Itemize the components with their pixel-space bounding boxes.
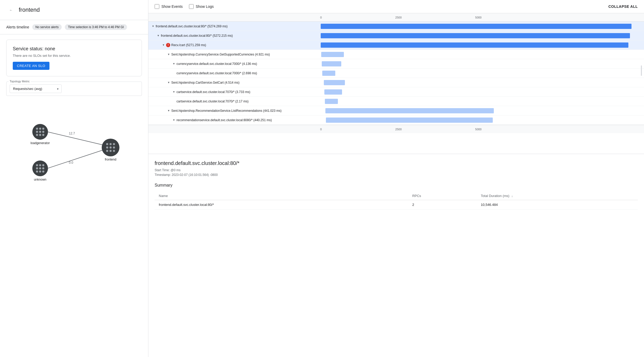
page-title: frontend — [19, 7, 40, 13]
axis-label-0: 0 — [320, 16, 322, 19]
trace-row-indent: ▼ frontend.default.svc.cluster.local:80/… — [148, 33, 320, 38]
topology-metric-select[interactable]: Requests/sec (avg) — [10, 84, 62, 93]
detail-timestamp: Timestamp: 2023-02-07 (16:10:01.564) -08… — [155, 173, 638, 177]
trace-bar — [324, 80, 345, 85]
svg-point-6 — [39, 131, 41, 133]
svg-point-10 — [42, 134, 44, 136]
scrollbar[interactable] — [641, 65, 642, 76]
create-slo-button[interactable]: CREATE AN SLO — [13, 62, 49, 70]
topology-metric-inner: Topology Metric Requests/sec (avg) — [6, 82, 142, 96]
topology-graph: 12.7 0.0 loadgenerator — [6, 101, 142, 205]
table-row[interactable]: ▼ Sent.hipstershop.RecommendationService… — [148, 106, 644, 115]
svg-point-28 — [113, 150, 115, 152]
svg-point-19 — [42, 170, 44, 173]
trace-bar-area — [320, 106, 644, 115]
trace-bar — [322, 71, 335, 76]
show-logs-label[interactable]: Show Logs — [189, 4, 214, 9]
table-row[interactable]: ▼ frontend.default.svc.cluster.local:80/… — [148, 22, 644, 31]
trace-bar — [321, 33, 630, 38]
chevron-down-icon: ▼ — [166, 108, 171, 113]
svg-point-15 — [39, 167, 41, 169]
topology-metric-select-wrapper[interactable]: Requests/sec (avg) — [10, 84, 62, 93]
trace-bar-area — [320, 40, 644, 50]
svg-point-16 — [42, 167, 44, 169]
timeline-axis: 0 2500 5000 — [148, 13, 644, 22]
right-panel: Show Events Show Logs COLLAPSE ALL 0 250… — [148, 0, 644, 357]
time-selection-badge: Time selection is 3:46 PM to 4:46 PM GI — [65, 24, 127, 30]
axis-label-2500-bottom: 2500 — [395, 128, 402, 131]
summary-table: Name RPCs Total Duration (ms) ↓ frontend… — [155, 192, 638, 210]
table-row[interactable]: ▼ currencyservice.default.svc.cluster.lo… — [148, 59, 644, 69]
table-row[interactable]: ▼ Sent.hipstershop.CurrencyService.GetSu… — [148, 50, 644, 59]
trace-row-indent: cartservice.default.svc.cluster.local:70… — [148, 100, 320, 103]
svg-point-3 — [39, 128, 41, 130]
back-button[interactable]: ← — [6, 5, 16, 15]
table-row[interactable]: ▼ Sent.hipstershop.CartService.GetCart (… — [148, 78, 644, 87]
list-item: frontend.default.svc.cluster.local:80/* … — [155, 200, 638, 210]
axis-label-5000-bottom: 5000 — [475, 128, 482, 131]
summary-section: Summary Name RPCs Total Duration (ms) ↓ … — [155, 183, 638, 210]
show-logs-checkbox[interactable] — [189, 4, 194, 9]
table-row[interactable]: ▼ frontend.default.svc.cluster.local:80/… — [148, 31, 644, 40]
show-events-checkbox[interactable] — [155, 4, 159, 9]
summary-row-name: frontend.default.svc.cluster.local:80/* — [155, 200, 408, 210]
show-events-label[interactable]: Show Events — [155, 4, 183, 9]
detail-start-time: Start Time: @0 ms — [155, 168, 638, 172]
table-row[interactable]: currencyservice.default.svc.cluster.loca… — [148, 69, 644, 78]
service-status-description: There are no SLOs set for this service. — [13, 54, 135, 58]
trace-bar — [325, 108, 494, 113]
table-row[interactable]: ▼ cartservice.default.svc.cluster.local:… — [148, 87, 644, 97]
trace-row-name: currencyservice.default.svc.cluster.loca… — [176, 62, 257, 66]
node-frontend-label: frontend — [105, 158, 116, 161]
trace-bar — [326, 118, 493, 123]
top-bar: ← frontend — [0, 0, 148, 20]
svg-point-24 — [110, 146, 112, 149]
show-events-text: Show Events — [161, 4, 183, 9]
trace-bar-area — [320, 97, 644, 106]
chevron-down-icon: ▼ — [171, 61, 176, 66]
trace-row-name: frontend.default.svc.cluster.local:80/* … — [156, 24, 228, 28]
trace-row-name: Recv./cart (5271.259 ms) — [171, 43, 206, 47]
back-icon: ← — [9, 8, 13, 12]
chevron-down-icon: ▼ — [171, 89, 176, 95]
node-unknown-circle — [32, 161, 48, 176]
chevron-down-icon: ▼ — [150, 24, 156, 29]
svg-point-13 — [42, 164, 44, 166]
timeline-axis-bottom: 0 2500 5000 — [148, 125, 644, 133]
trace-row-indent: ▼ currencyservice.default.svc.cluster.lo… — [148, 61, 320, 66]
table-row[interactable]: ▼ recommendationservice.default.svc.clus… — [148, 115, 644, 125]
node-unknown-label: unknown — [34, 178, 46, 181]
trace-bar — [321, 24, 632, 29]
chevron-down-icon: ▼ — [156, 33, 161, 38]
summary-title: Summary — [155, 183, 638, 188]
node-frontend-circle — [102, 139, 119, 156]
chevron-down-icon: ▼ — [166, 80, 171, 85]
trace-bar-area — [320, 50, 644, 59]
axis-labels: 0 2500 5000 — [320, 16, 482, 19]
trace-bar-area — [320, 31, 644, 40]
summary-col-name: Name — [155, 192, 408, 200]
node-loadgenerator-circle — [32, 124, 48, 140]
chevron-down-icon: ▼ — [166, 52, 171, 57]
topology-metric-field: Topology Metric Requests/sec (avg) — [6, 82, 142, 96]
svg-point-8 — [36, 134, 38, 136]
table-row[interactable]: cartservice.default.svc.cluster.local:70… — [148, 97, 644, 106]
trace-section[interactable]: 0 2500 5000 ▼ frontend.default.svc.clust… — [148, 13, 644, 154]
collapse-all-button[interactable]: COLLAPSE ALL — [608, 4, 638, 9]
svg-point-18 — [39, 170, 41, 173]
detail-title: frontend.default.svc.cluster.local:80/* — [155, 160, 638, 166]
node-loadgenerator-label: loadgenerator — [30, 141, 50, 145]
topology-svg: 12.7 0.0 loadgenerator — [6, 101, 142, 205]
trace-bar-area — [320, 115, 644, 125]
svg-point-9 — [39, 134, 41, 136]
svg-point-12 — [39, 164, 41, 166]
svg-point-14 — [36, 167, 38, 169]
svg-point-5 — [36, 131, 38, 133]
svg-point-23 — [106, 146, 108, 149]
svg-line-0 — [47, 132, 103, 145]
table-row[interactable]: ▼ ! Recv./cart (5271.259 ms) — [148, 40, 644, 50]
trace-bar — [324, 89, 342, 95]
trace-bar — [321, 52, 344, 57]
trace-row-name: frontend.default.svc.cluster.local:80/* … — [161, 34, 233, 38]
trace-bar-area — [320, 78, 644, 87]
